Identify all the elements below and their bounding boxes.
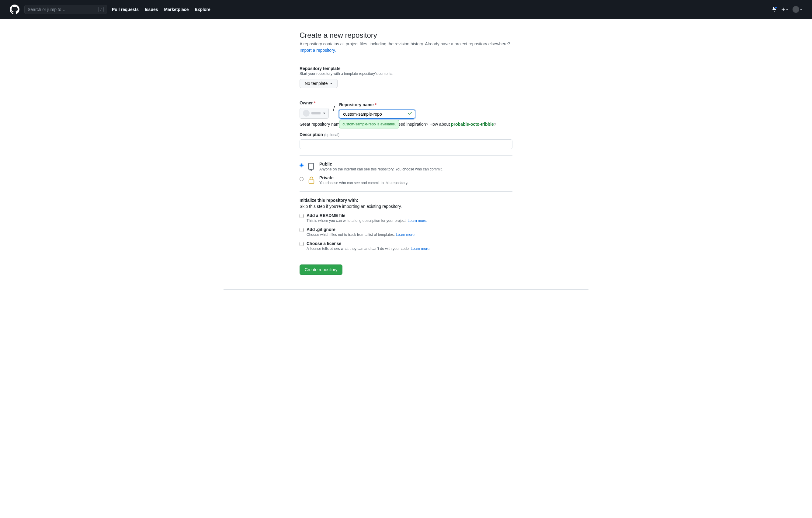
license-learn-more-link[interactable]: Learn more. <box>411 247 431 251</box>
public-title: Public <box>319 162 442 166</box>
readme-learn-more-link[interactable]: Learn more. <box>408 219 427 223</box>
main-content: Create a new repository A repository con… <box>299 31 513 275</box>
initialize-section: Initialize this repository with: Skip th… <box>299 198 513 251</box>
user-menu[interactable] <box>792 6 802 13</box>
name-inspiration-text: Great repository names are short and mem… <box>299 122 513 127</box>
nav-issues[interactable]: Issues <box>145 7 158 12</box>
primary-nav: Pull requests Issues Marketplace Explore <box>112 7 210 12</box>
avatar <box>792 6 799 13</box>
description-label: Description <box>299 132 323 137</box>
nav-explore[interactable]: Explore <box>195 7 210 12</box>
search-input[interactable] <box>28 7 98 12</box>
repo-name-column: Repository name * custom-sample-repo is … <box>339 102 415 119</box>
description-section: Description (optional) <box>299 132 513 149</box>
owner-name-row: Owner * / Repository name * custom-sampl… <box>299 101 513 119</box>
license-desc: A license tells others what they can and… <box>307 247 430 251</box>
visibility-public-radio[interactable] <box>299 163 303 167</box>
global-header: / Pull requests Issues Marketplace Explo… <box>0 0 812 19</box>
nav-pull-requests[interactable]: Pull requests <box>112 7 139 12</box>
gitignore-checkbox[interactable] <box>299 228 303 232</box>
page-title: Create a new repository <box>299 31 513 39</box>
public-desc: Anyone on the internet can see this repo… <box>319 167 442 171</box>
template-section: Repository template Start your repositor… <box>299 66 513 88</box>
divider <box>299 94 513 94</box>
nav-marketplace[interactable]: Marketplace <box>164 7 189 12</box>
optional-hint: (optional) <box>324 133 339 137</box>
template-label: Repository template <box>299 66 513 71</box>
readme-title: Add a README file <box>307 213 427 218</box>
gitignore-learn-more-link[interactable]: Learn more. <box>396 233 415 237</box>
divider <box>299 155 513 156</box>
create-repository-button[interactable]: Create repository <box>299 265 343 275</box>
owner-label: Owner * <box>299 101 329 105</box>
suggested-name-link[interactable]: probable-octo-tribble <box>451 122 494 127</box>
visibility-private-row[interactable]: Private You choose who can see and commi… <box>299 175 513 185</box>
gitignore-desc: Choose which files not to track from a l… <box>307 233 415 237</box>
lock-icon <box>307 176 316 185</box>
owner-name-blurred <box>312 112 321 114</box>
page-subtitle: A repository contains all project files,… <box>299 41 513 54</box>
availability-tooltip: custom-sample-repo is available. <box>339 120 399 129</box>
description-input[interactable] <box>299 139 513 149</box>
header-right <box>772 6 802 13</box>
license-title: Choose a license <box>307 241 430 246</box>
readme-row[interactable]: Add a README file This is where you can … <box>299 213 513 223</box>
license-row[interactable]: Choose a license A license tells others … <box>299 241 513 251</box>
footer-area <box>224 290 588 290</box>
template-select-button[interactable]: No template <box>299 79 338 88</box>
gitignore-row[interactable]: Add .gitignore Choose which files not to… <box>299 227 513 237</box>
caret-down-icon <box>786 9 788 10</box>
visibility-private-radio[interactable] <box>299 177 303 181</box>
github-logo[interactable] <box>10 5 20 14</box>
search-bar[interactable]: / <box>24 5 107 14</box>
divider <box>299 60 513 60</box>
initialize-note: Skip this step if you're importing an ex… <box>299 204 513 209</box>
repo-name-input[interactable] <box>339 110 415 119</box>
initialize-heading: Initialize this repository with: <box>299 198 513 203</box>
caret-down-icon <box>323 113 325 114</box>
slash-separator: / <box>333 105 335 113</box>
divider <box>299 191 513 192</box>
svg-rect-1 <box>309 180 314 184</box>
template-sublabel: Start your repository with a template re… <box>299 72 513 76</box>
create-menu[interactable] <box>781 7 788 12</box>
license-checkbox[interactable] <box>299 242 303 246</box>
repo-icon <box>307 162 316 172</box>
caret-down-icon <box>330 83 332 84</box>
gitignore-title: Add .gitignore <box>307 227 415 232</box>
notifications-bell[interactable] <box>772 7 777 12</box>
owner-avatar <box>303 110 310 116</box>
repo-name-label: Repository name * <box>339 102 415 107</box>
notification-indicator <box>774 6 777 9</box>
visibility-section: Public Anyone on the internet can see th… <box>299 162 513 185</box>
private-title: Private <box>319 175 408 180</box>
visibility-public-row[interactable]: Public Anyone on the internet can see th… <box>299 162 513 172</box>
private-desc: You choose who can see and commit to thi… <box>319 181 408 185</box>
footer-divider <box>224 290 588 290</box>
caret-down-icon <box>800 9 802 10</box>
readme-checkbox[interactable] <box>299 214 303 218</box>
divider <box>299 257 513 257</box>
import-repository-link[interactable]: Import a repository. <box>299 48 336 53</box>
owner-column: Owner * <box>299 101 329 119</box>
readme-desc: This is where you can write a long descr… <box>307 219 427 223</box>
svg-rect-0 <box>309 163 314 169</box>
check-icon <box>408 111 412 116</box>
owner-select-button[interactable] <box>299 108 329 119</box>
slash-hotkey-badge: / <box>98 7 104 12</box>
